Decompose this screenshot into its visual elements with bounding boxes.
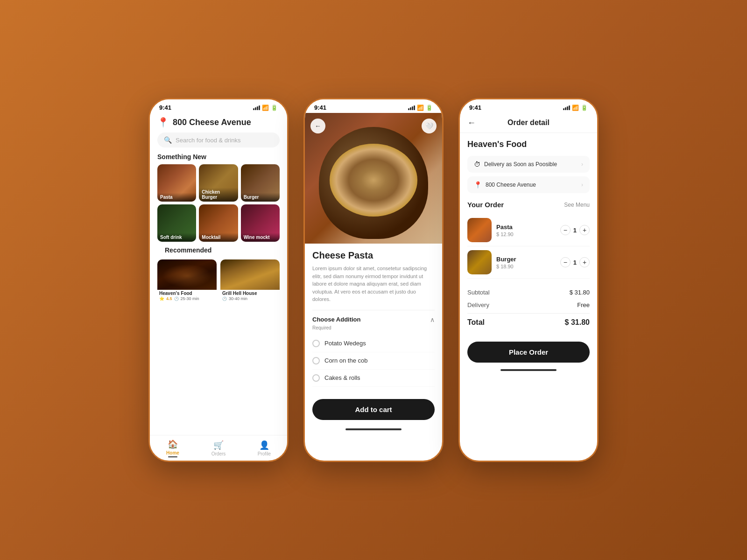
addition-section: Choose Addition ∧ Required Potato Wedegs… — [312, 310, 435, 387]
wifi-icon: 📶 — [262, 105, 269, 111]
required-badge: Required — [312, 325, 435, 330]
pasta-qty-decrease[interactable]: − — [560, 225, 571, 235]
phone-home-screen: 9:41 📶 🔋 📍 800 Cheese Avenue 🔍 Search fo… — [148, 98, 289, 462]
nav-profile[interactable]: 👤 Profile — [241, 440, 287, 456]
food-label-mocktail: Mocktail — [199, 233, 238, 242]
battery-icon: 🔋 — [271, 105, 278, 111]
addition-header: Choose Addition ∧ — [312, 316, 435, 323]
phone-order-detail: 9:41 📶 🔋 ← Order detail Heaven's Food ⏱ … — [458, 98, 599, 462]
pasta-qty-value: 1 — [573, 227, 577, 234]
favorite-button[interactable]: 🤍 — [422, 119, 437, 133]
orders-nav-icon: 🛒 — [213, 440, 224, 450]
order-detail-title: Order detail — [507, 119, 550, 127]
pasta-item-info: Pasta $ 12.90 — [496, 224, 556, 237]
recommended-section: Recommended Heaven's Food ⭐ 4.5 🕐 25-30 … — [150, 246, 287, 435]
order-item-burger: Burger $ 18.90 − 1 + — [467, 246, 590, 279]
address-row[interactable]: 📍 800 Cheese Avenue › — [467, 176, 590, 193]
food-card-wine[interactable]: Wine mockt — [241, 204, 280, 242]
grill-time: 30-40 min — [229, 296, 247, 301]
food-card-chicken-burger[interactable]: Chicken Burger — [199, 164, 238, 202]
your-order-title: Your Order — [467, 201, 504, 209]
food-label-wine: Wine mockt — [241, 233, 280, 242]
recommended-title: Recommended — [157, 246, 280, 258]
delivery-option-text: Delivery as Soon as Poosible — [484, 161, 557, 168]
add-to-cart-button[interactable]: Add to cart — [312, 399, 435, 420]
time-display-2: 9:41 — [314, 104, 326, 111]
your-order-header: Your Order See Menu — [467, 201, 590, 209]
burger-qty-increase[interactable]: + — [579, 257, 590, 267]
option-potato[interactable]: Potato Wedegs — [312, 335, 435, 352]
battery-icon-3: 🔋 — [581, 105, 588, 111]
food-card-soft-drink[interactable]: Soft drink — [157, 204, 196, 242]
location-address: 800 Cheese Avenue — [173, 118, 251, 127]
burger-item-info: Burger $ 18.90 — [496, 256, 556, 269]
chevron-up-icon[interactable]: ∧ — [430, 316, 435, 323]
heavens-food-meta: ⭐ 4.5 🕐 25-30 min — [159, 296, 215, 301]
place-order-button[interactable]: Place Order — [467, 342, 590, 363]
food-bowl-visual — [319, 127, 428, 239]
home-indicator-2 — [345, 428, 402, 430]
pasta-thumb-img — [467, 218, 492, 242]
total-row: Total $ 31.80 — [467, 313, 590, 331]
status-icons-3: 📶 🔋 — [563, 105, 588, 111]
phone-product-detail: 9:41 📶 🔋 ← 🤍 Cheese Pasta Lorem ipsum do… — [303, 98, 444, 462]
delivery-option-left: ⏱ Delivery as Soon as Poosible — [474, 161, 557, 168]
star-icon: ⭐ — [159, 296, 164, 301]
delivery-option-chevron: › — [581, 161, 583, 168]
burger-thumb-img — [467, 250, 492, 274]
status-bar-1: 9:41 📶 🔋 — [150, 99, 287, 113]
product-name: Cheese Pasta — [312, 250, 435, 261]
option-label-corn: Corn on the cob — [324, 357, 368, 364]
option-label-cakes: Cakes & rolls — [324, 374, 360, 381]
heavens-food-image — [157, 259, 217, 290]
nav-home[interactable]: 🏠 Home — [150, 439, 196, 457]
radio-corn[interactable] — [312, 357, 320, 364]
search-bar[interactable]: 🔍 Search for food & drinks — [157, 133, 280, 147]
wifi-icon-3: 📶 — [572, 105, 579, 111]
search-placeholder: Search for food & drinks — [176, 137, 240, 144]
pasta-thumbnail — [467, 218, 492, 242]
food-label-burger: Burger — [241, 193, 280, 202]
option-cakes[interactable]: Cakes & rolls — [312, 370, 435, 387]
restaurant-card-grill[interactable]: Grill Hell House 🕐 30-40 min — [220, 259, 280, 301]
delivery-time-icon-2: 🕐 — [222, 297, 227, 301]
pasta-qty-increase[interactable]: + — [579, 225, 590, 235]
grill-house-info: Grill Hell House 🕐 30-40 min — [220, 290, 280, 301]
status-bar-2: 9:41 📶 🔋 — [305, 99, 442, 113]
food-card-burger[interactable]: Burger — [241, 164, 280, 202]
radio-potato[interactable] — [312, 340, 320, 347]
order-back-button[interactable]: ← — [467, 118, 476, 128]
total-value: $ 31.80 — [565, 318, 590, 327]
total-label: Total — [467, 318, 485, 327]
time-display-1: 9:41 — [159, 104, 171, 111]
food-card-pasta[interactable]: Pasta — [157, 164, 196, 202]
time-display-3: 9:41 — [469, 104, 481, 111]
nav-active-indicator — [168, 456, 177, 457]
status-bar-3: 9:41 📶 🔋 — [460, 99, 597, 113]
price-summary: Subtotal $ 31.80 Delivery Free Total $ 3… — [467, 286, 590, 331]
nav-orders[interactable]: 🛒 Orders — [196, 440, 241, 456]
orders-nav-label: Orders — [211, 451, 226, 456]
burger-item-name: Burger — [496, 256, 556, 263]
restaurant-grid: Heaven's Food ⭐ 4.5 🕐 25-30 min Grill He… — [157, 259, 280, 301]
restaurant-card-heavens[interactable]: Heaven's Food ⭐ 4.5 🕐 25-30 min — [157, 259, 217, 301]
profile-nav-label: Profile — [258, 451, 271, 456]
back-button[interactable]: ← — [310, 119, 325, 133]
pasta-qty-control: − 1 + — [560, 225, 590, 235]
order-item-pasta: Pasta $ 12.90 − 1 + — [467, 214, 590, 246]
food-label-chicken-burger: Chicken Burger — [199, 188, 238, 202]
order-header: ← Order detail — [460, 113, 597, 133]
radio-cakes[interactable] — [312, 374, 320, 382]
product-description: Lorem ipsum dolor sit amet, consetetur s… — [312, 265, 435, 303]
delivery-option-row[interactable]: ⏱ Delivery as Soon as Poosible › — [467, 156, 590, 173]
burger-qty-value: 1 — [573, 259, 577, 266]
see-menu-link[interactable]: See Menu — [564, 202, 590, 208]
burger-qty-decrease[interactable]: − — [560, 257, 571, 267]
food-card-mocktail[interactable]: Mocktail — [199, 204, 238, 242]
location-header: 📍 800 Cheese Avenue — [150, 113, 287, 133]
option-corn[interactable]: Corn on the cob — [312, 352, 435, 370]
subtotal-row: Subtotal $ 31.80 — [467, 286, 590, 299]
status-icons-2: 📶 🔋 — [408, 105, 433, 111]
grill-house-meta: 🕐 30-40 min — [222, 296, 278, 301]
profile-nav-icon: 👤 — [259, 440, 269, 450]
